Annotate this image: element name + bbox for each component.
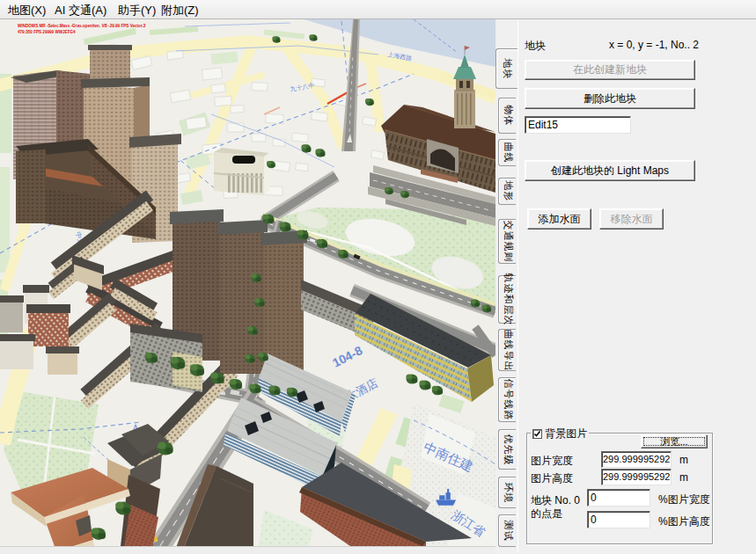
svg-text:479:350 FPS 29999 WWJEFG4: 479:350 FPS 29999 WWJEFG4: [18, 30, 76, 34]
svg-text:WINDOWS MR -Selec.Mass -Gras.o: WINDOWS MR -Selec.Mass -Gras.open/ten. V…: [18, 24, 146, 28]
